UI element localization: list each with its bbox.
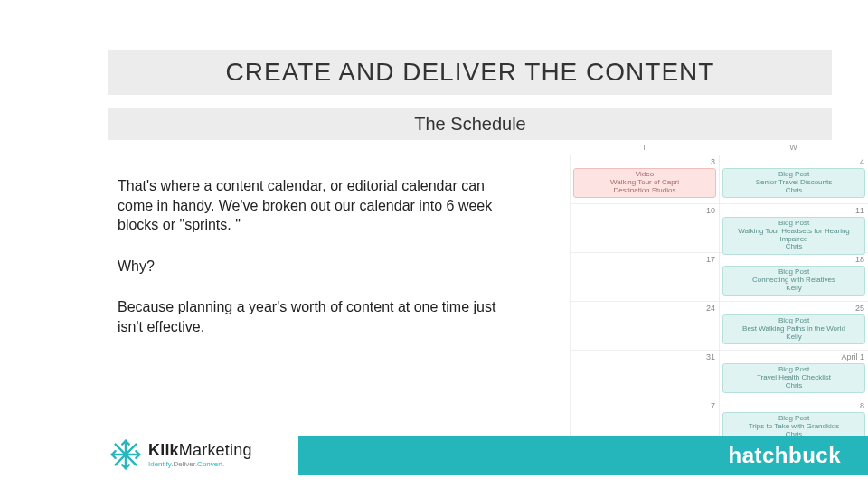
card-author: Kelly bbox=[725, 333, 863, 342]
paragraph-3: Because planning a year's worth of conte… bbox=[118, 297, 497, 336]
calendar-date: 10 bbox=[706, 206, 715, 215]
calendar-row: 17 18 Blog Post Connecting with Relative… bbox=[570, 253, 868, 302]
card-author: Chris bbox=[725, 382, 863, 390]
footer-bar: hatchbuck bbox=[298, 436, 868, 475]
calendar-header-tuesday: T bbox=[570, 140, 719, 155]
paragraph-1: That's where a content calendar, or edit… bbox=[118, 176, 497, 235]
card-author: Chris bbox=[725, 187, 863, 195]
calendar-cell: 3 Video Walking Tour of Capri Destinatio… bbox=[570, 155, 719, 203]
klik-logo-text: KlikMarketing Identify.Deliver.Convert. bbox=[148, 441, 252, 468]
slide-title: CREATE AND DELIVER THE CONTENT bbox=[226, 58, 715, 87]
calendar-card: Blog Post Travel Health Checklist Chris bbox=[722, 363, 865, 393]
klik-light: Marketing bbox=[179, 441, 252, 459]
calendar-cell: 17 bbox=[570, 253, 719, 301]
calendar-date: 7 bbox=[711, 401, 715, 410]
hatchbuck-logo: hatchbuck bbox=[728, 443, 841, 468]
calendar-date: 11 bbox=[855, 206, 864, 215]
title-bar: CREATE AND DELIVER THE CONTENT bbox=[108, 50, 832, 95]
body-text: That's where a content calendar, or edit… bbox=[118, 176, 497, 359]
calendar-card: Video Walking Tour of Capri Destination … bbox=[573, 168, 716, 198]
calendar-header: T W bbox=[570, 140, 868, 155]
footer-left: KlikMarketing Identify.Deliver.Convert. bbox=[108, 437, 252, 472]
calendar-cell: 31 bbox=[570, 351, 719, 399]
calendar-row: 31 April 1 Blog Post Travel Health Check… bbox=[570, 351, 868, 399]
tag-c: Convert. bbox=[197, 460, 224, 468]
calendar-cell: 4 Blog Post Senior Travel Discounts Chri… bbox=[719, 155, 868, 203]
calendar-row: 24 25 Blog Post Best Walking Paths in th… bbox=[570, 302, 868, 351]
slide-subtitle: The Schedule bbox=[414, 114, 525, 135]
calendar-cell: 25 Blog Post Best Walking Paths in the W… bbox=[719, 302, 868, 350]
calendar-card: Blog Post Senior Travel Discounts Chris bbox=[722, 168, 865, 198]
klik-bold: Klik bbox=[148, 441, 179, 459]
subtitle-bar: The Schedule bbox=[108, 108, 832, 140]
calendar-cell: 18 Blog Post Connecting with Relatives K… bbox=[719, 253, 868, 301]
calendar-row: 3 Video Walking Tour of Capri Destinatio… bbox=[570, 155, 868, 204]
card-line: Walking Tour Headsets for Hearing Impair… bbox=[725, 228, 863, 244]
calendar-date: 18 bbox=[855, 255, 864, 264]
calendar-date: 25 bbox=[855, 304, 864, 313]
calendar-cell: 10 bbox=[570, 204, 719, 252]
calendar-header-wednesday: W bbox=[719, 140, 868, 155]
card-author: Kelly bbox=[725, 285, 863, 293]
calendar-date: April 1 bbox=[841, 352, 864, 361]
calendar-date: 24 bbox=[706, 304, 715, 313]
klik-brand: KlikMarketing bbox=[148, 441, 252, 460]
card-author: Chris bbox=[725, 243, 863, 251]
calendar-date: 31 bbox=[706, 352, 715, 361]
paragraph-2: Why? bbox=[118, 257, 497, 277]
snowflake-icon bbox=[108, 437, 143, 472]
calendar-card: Blog Post Walking Tour Headsets for Hear… bbox=[722, 217, 865, 255]
tag-a: Identify. bbox=[148, 460, 173, 468]
calendar-date: 17 bbox=[706, 255, 715, 264]
card-author: Destination Studios bbox=[576, 187, 713, 195]
tag-b: Deliver. bbox=[173, 460, 197, 468]
calendar-cell: 11 Blog Post Walking Tour Headsets for H… bbox=[719, 204, 868, 252]
calendar-preview: T W 3 Video Walking Tour of Capri Destin… bbox=[570, 140, 868, 448]
calendar-card: Blog Post Best Walking Paths in the Worl… bbox=[722, 314, 865, 344]
slide: CREATE AND DELIVER THE CONTENT The Sched… bbox=[0, 0, 868, 488]
calendar-cell: 24 bbox=[570, 302, 719, 350]
calendar-date: 8 bbox=[860, 401, 864, 410]
calendar-date: 4 bbox=[860, 157, 864, 166]
calendar-card: Blog Post Connecting with Relatives Kell… bbox=[722, 266, 865, 296]
calendar-date: 3 bbox=[711, 157, 715, 166]
klik-tagline: Identify.Deliver.Convert. bbox=[148, 460, 252, 468]
calendar-row: 10 11 Blog Post Walking Tour Headsets fo… bbox=[570, 204, 868, 253]
calendar-cell: April 1 Blog Post Travel Health Checklis… bbox=[719, 351, 868, 399]
